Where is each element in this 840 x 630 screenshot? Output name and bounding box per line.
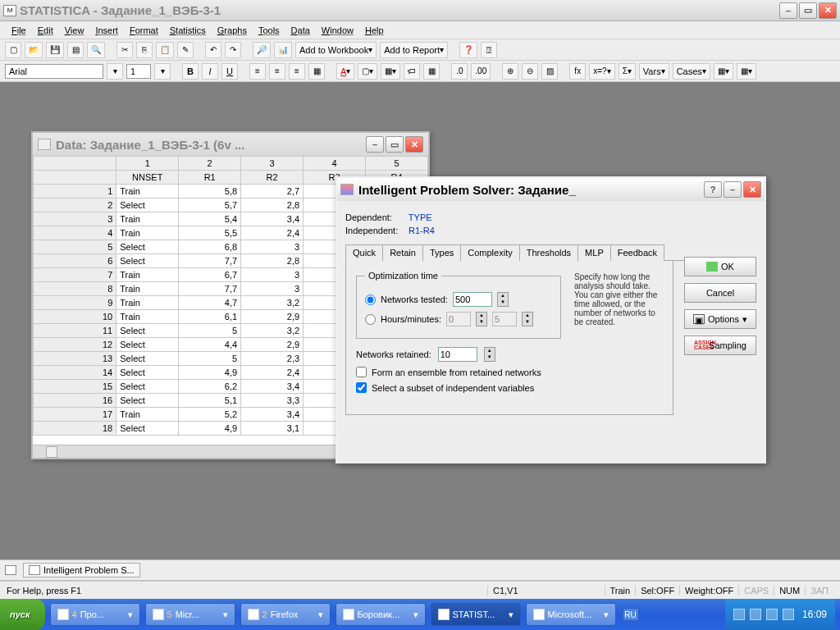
cell-nnset[interactable]: Train	[116, 282, 179, 296]
font-select[interactable]	[5, 64, 103, 79]
align-left-icon[interactable]: ≡	[249, 63, 266, 80]
cell[interactable]: 2,4	[241, 226, 304, 240]
networks-tested-input[interactable]	[453, 292, 492, 307]
zoom-in-icon[interactable]: ⊕	[502, 63, 518, 80]
bold-icon[interactable]: B	[182, 63, 199, 80]
close-button[interactable]: ✕	[819, 2, 837, 19]
options-button[interactable]: ▣Options ▾	[684, 309, 756, 329]
fill-color-icon[interactable]: ▢▾	[358, 63, 377, 80]
scroll-thumb[interactable]	[46, 446, 57, 458]
tab-feedback[interactable]: Feedback	[610, 244, 664, 261]
cell[interactable]: 2,8	[241, 199, 304, 212]
taskbar-item[interactable]: STATIST...▾	[431, 603, 521, 626]
row-header[interactable]: 3	[34, 212, 116, 226]
cell[interactable]: 3,1	[241, 422, 304, 436]
row-header[interactable]: 17	[34, 408, 116, 422]
cell[interactable]: 6,2	[179, 380, 241, 394]
networks-tested-spinner[interactable]: ▲▼	[497, 292, 509, 307]
menu-file[interactable]: File	[7, 24, 31, 37]
cases-button[interactable]: Cases ▾	[673, 63, 710, 80]
minimized-ips-window[interactable]: Intelligent Problem S...	[23, 563, 140, 578]
cell-nnset[interactable]: Train	[116, 268, 179, 282]
subset-checkbox[interactable]	[356, 382, 367, 393]
cell-nnset[interactable]: Train	[116, 408, 179, 422]
save-icon[interactable]: 💾	[46, 42, 64, 58]
cell[interactable]: 3	[241, 268, 304, 282]
row-header[interactable]: 12	[34, 338, 116, 352]
col-header[interactable]	[34, 171, 116, 185]
add-to-workbook-button[interactable]: Add to Workbook ▾	[295, 42, 377, 58]
menu-window[interactable]: Window	[317, 24, 358, 37]
row-header[interactable]: 9	[34, 296, 116, 310]
data-maximize-button[interactable]: ▭	[386, 136, 404, 153]
row-header[interactable]: 6	[34, 254, 116, 268]
menu-format[interactable]: Format	[125, 24, 163, 37]
cell[interactable]: 3,4	[241, 380, 304, 394]
col-num-header[interactable]: 3	[241, 157, 304, 171]
row-header[interactable]: 11	[34, 324, 116, 338]
border-icon[interactable]: ▦▾	[381, 63, 400, 80]
data-minimize-button[interactable]: –	[366, 136, 384, 153]
font-dropdown-icon[interactable]: ▾	[107, 63, 123, 80]
cell-nnset[interactable]: Select	[116, 352, 179, 366]
redo-icon[interactable]: ↷	[225, 42, 241, 58]
cell-nnset[interactable]: Select	[116, 366, 179, 380]
menu-insert[interactable]: Insert	[90, 24, 123, 37]
col-header[interactable]: NNSET	[116, 171, 179, 185]
more-2-icon[interactable]: ▦▾	[737, 63, 756, 80]
cell[interactable]: 7,7	[179, 254, 241, 268]
cell[interactable]: 2,3	[241, 352, 304, 366]
cell[interactable]: 3	[241, 240, 304, 254]
cell[interactable]: 2,4	[241, 366, 304, 380]
cell[interactable]: 5	[179, 352, 241, 366]
cell-nnset[interactable]: Train	[116, 212, 179, 226]
col-header[interactable]: R2	[241, 171, 304, 185]
maximize-button[interactable]: ▭	[799, 2, 817, 19]
cell[interactable]: 3,4	[241, 212, 304, 226]
col-num-header[interactable]: 5	[366, 157, 428, 171]
row-header[interactable]: 13	[34, 352, 116, 366]
cell[interactable]: 5,5	[179, 226, 241, 240]
networks-retained-spinner[interactable]: ▲▼	[484, 347, 495, 362]
row-header[interactable]: 4	[34, 226, 116, 240]
minimize-button[interactable]: –	[779, 2, 797, 19]
taskbar-item[interactable]: Microsoft...▾	[526, 603, 616, 626]
dialog-close-button[interactable]: ✕	[743, 181, 761, 198]
dialog-minimize-button[interactable]: –	[724, 181, 742, 198]
row-header[interactable]: 2	[34, 199, 116, 212]
print-icon[interactable]: ▤	[67, 42, 84, 58]
decimal-dec-icon[interactable]: .00	[471, 63, 491, 80]
chart-icon[interactable]: 📊	[274, 42, 292, 58]
row-header[interactable]: 8	[34, 282, 116, 296]
tray-icon[interactable]	[733, 609, 745, 620]
col-header[interactable]: R1	[179, 171, 241, 185]
taskbar-item[interactable]: 4 Про...▾	[50, 603, 140, 626]
undo-icon[interactable]: ↶	[205, 42, 221, 58]
cell[interactable]: 4,9	[179, 366, 241, 380]
size-select[interactable]	[126, 64, 151, 79]
formula-icon[interactable]: fx	[569, 63, 586, 80]
menu-view[interactable]: View	[60, 24, 89, 37]
col-num-header[interactable]: 2	[179, 157, 241, 171]
cell-nnset[interactable]: Select	[116, 394, 179, 408]
tab-quick[interactable]: Quick	[345, 244, 383, 261]
paste-icon[interactable]: 📋	[156, 42, 174, 58]
cell[interactable]: 2,8	[241, 254, 304, 268]
row-header[interactable]: 10	[34, 310, 116, 324]
cell[interactable]: 2,9	[241, 310, 304, 324]
cell-nnset[interactable]: Select	[116, 324, 179, 338]
cell-nnset[interactable]: Select	[116, 240, 179, 254]
networks-tested-radio[interactable]	[365, 294, 376, 305]
cell-nnset[interactable]: Select	[116, 199, 179, 212]
brush-icon[interactable]: ✎	[177, 42, 194, 58]
cancel-button[interactable]: Cancel	[684, 283, 756, 303]
cell[interactable]: 5	[179, 324, 241, 338]
context-help-icon[interactable]: ⍰	[481, 42, 497, 58]
networks-retained-input[interactable]	[438, 347, 477, 362]
cell[interactable]: 4,9	[179, 422, 241, 436]
row-header[interactable]: 16	[34, 394, 116, 408]
hours-spinner[interactable]: ▲▼	[476, 312, 487, 326]
hours-minutes-radio[interactable]	[365, 314, 376, 325]
cell-nnset[interactable]: Select	[116, 254, 179, 268]
tag-icon[interactable]: 🏷	[404, 63, 420, 80]
